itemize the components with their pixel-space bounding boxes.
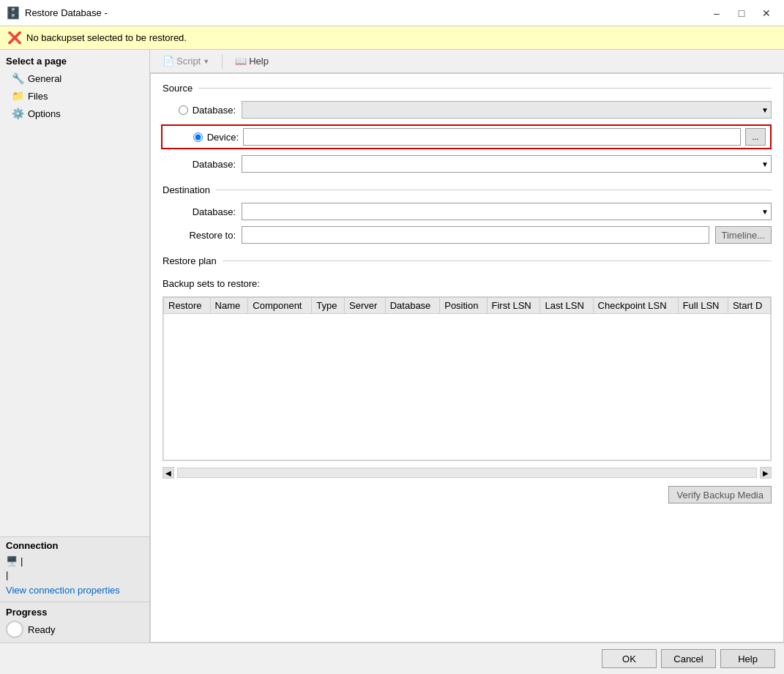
device-radio[interactable] bbox=[193, 132, 203, 142]
col-8: Last LSN bbox=[540, 298, 593, 314]
right-panel: 📄 Script ▼ 📖 Help Source bbox=[150, 50, 784, 643]
browse-button[interactable]: ... bbox=[745, 128, 766, 146]
sidebar: Select a page 🔧 General 📁 Files ⚙️ Optio… bbox=[0, 50, 150, 643]
sidebar-item-options-label: Options bbox=[28, 108, 61, 119]
files-icon: 📁 bbox=[12, 90, 24, 102]
sidebar-item-files[interactable]: 📁 Files bbox=[0, 87, 149, 105]
connection-separator2: | bbox=[6, 568, 143, 582]
destination-database-dropdown[interactable] bbox=[242, 203, 772, 220]
source-database2-label: Database: bbox=[193, 159, 236, 170]
restore-plan-section-header: Restore plan bbox=[163, 255, 772, 266]
col-7: First LSN bbox=[487, 298, 540, 314]
progress-status: Ready bbox=[28, 624, 56, 635]
script-button[interactable]: 📄 Script ▼ bbox=[156, 53, 216, 70]
col-11: Start D bbox=[728, 298, 770, 314]
script-icon: 📄 bbox=[163, 56, 174, 67]
dialog-body: Source Database: ▼ bbox=[150, 73, 784, 643]
connection-db-icon: 🖥️ bbox=[6, 555, 18, 566]
source-database-row: Database: ▼ bbox=[163, 101, 772, 119]
destination-database-dropdown-wrapper: ▼ bbox=[242, 203, 772, 220]
restore-to-input[interactable] bbox=[242, 226, 709, 244]
restore-to-row: Restore to: Timeline... bbox=[163, 226, 772, 244]
destination-section: Destination Database: ▼ Resto bbox=[163, 184, 772, 244]
device-highlighted-row: Device: ... bbox=[161, 124, 772, 149]
scroll-right-arrow[interactable]: ▶ bbox=[760, 467, 772, 479]
bottom-bar: OK Cancel Help bbox=[0, 643, 784, 674]
source-database-dropdown-wrapper: ▼ bbox=[242, 101, 772, 119]
database-radio[interactable] bbox=[179, 105, 188, 115]
source-section-line bbox=[198, 88, 772, 89]
maximize-button[interactable]: □ bbox=[730, 3, 753, 23]
destination-section-line bbox=[216, 190, 772, 190]
verify-backup-media-button[interactable]: Verify Backup Media bbox=[668, 486, 772, 503]
main-content: Select a page 🔧 General 📁 Files ⚙️ Optio… bbox=[0, 50, 784, 643]
backup-table: RestoreNameComponentTypeServerDatabasePo… bbox=[163, 297, 771, 460]
table-row bbox=[164, 314, 771, 460]
device-input[interactable] bbox=[243, 128, 741, 146]
backup-table-body bbox=[164, 314, 771, 460]
timeline-button[interactable]: Timeline... bbox=[715, 226, 772, 244]
progress-info: Ready bbox=[6, 621, 143, 638]
sidebar-item-files-label: Files bbox=[28, 91, 48, 102]
title-bar: 🗄️ Restore Database - – □ ✕ bbox=[0, 0, 784, 26]
col-9: Checkpoint LSN bbox=[593, 298, 678, 314]
connection-separator: | bbox=[20, 555, 23, 566]
script-label: Script bbox=[176, 56, 201, 67]
source-section: Source Database: ▼ bbox=[163, 83, 772, 173]
close-button[interactable]: ✕ bbox=[755, 3, 778, 23]
source-database2-dropdown[interactable] bbox=[242, 155, 772, 173]
warning-icon: ❌ bbox=[7, 31, 22, 45]
window-title: Restore Database - bbox=[25, 7, 705, 18]
database-radio-label: Database: bbox=[193, 105, 236, 116]
window-controls: – □ ✕ bbox=[705, 3, 778, 23]
col-5: Database bbox=[385, 298, 440, 314]
source-database2-row: Database: ▼ bbox=[163, 155, 772, 173]
options-icon: ⚙️ bbox=[12, 108, 24, 119]
toolbar: 📄 Script ▼ 📖 Help bbox=[150, 50, 784, 73]
app-icon: 🗄️ bbox=[6, 6, 20, 20]
help-button[interactable]: 📖 Help bbox=[228, 53, 275, 70]
connection-title: Connection bbox=[6, 540, 143, 551]
col-6: Position bbox=[440, 298, 487, 314]
sidebar-item-general-label: General bbox=[28, 73, 61, 84]
backup-table-header-row: RestoreNameComponentTypeServerDatabasePo… bbox=[164, 298, 771, 314]
backup-sets-label: Backup sets to restore: bbox=[163, 278, 772, 289]
source-section-title: Source bbox=[163, 83, 198, 94]
help-bottom-button[interactable]: Help bbox=[720, 649, 775, 668]
sidebar-section-title: Select a page bbox=[0, 50, 149, 70]
progress-spinner bbox=[6, 621, 23, 638]
backup-table-header: RestoreNameComponentTypeServerDatabasePo… bbox=[164, 298, 771, 314]
toolbar-divider bbox=[222, 54, 223, 69]
sidebar-item-options[interactable]: ⚙️ Options bbox=[0, 105, 149, 122]
col-10: Full LSN bbox=[678, 298, 728, 314]
col-4: Server bbox=[345, 298, 386, 314]
restore-plan-section-line bbox=[223, 261, 772, 261]
connection-section: Connection 🖥️ | | View connection proper… bbox=[0, 536, 149, 602]
source-database-dropdown[interactable] bbox=[242, 101, 772, 119]
scrollbar-track[interactable] bbox=[177, 468, 757, 478]
destination-section-title: Destination bbox=[163, 184, 216, 195]
backup-table-container: RestoreNameComponentTypeServerDatabasePo… bbox=[163, 296, 772, 461]
scroll-left-arrow[interactable]: ◀ bbox=[163, 467, 174, 479]
progress-title: Progress bbox=[6, 607, 143, 618]
destination-section-header: Destination bbox=[163, 184, 772, 195]
warning-banner: ❌ No backupset selected to be restored. bbox=[0, 26, 784, 50]
view-connection-properties-link[interactable]: View connection properties bbox=[6, 582, 143, 599]
script-dropdown-icon: ▼ bbox=[203, 58, 209, 65]
connection-info: 🖥️ | bbox=[6, 554, 143, 568]
destination-database-label: Database: bbox=[193, 206, 236, 217]
source-database2-dropdown-wrapper: ▼ bbox=[242, 155, 772, 173]
help-label: Help bbox=[249, 56, 269, 67]
device-radio-label: Device: bbox=[207, 132, 239, 143]
destination-database-row: Database: ▼ bbox=[163, 203, 772, 220]
cancel-button[interactable]: Cancel bbox=[661, 649, 716, 668]
warning-message: No backupset selected to be restored. bbox=[26, 32, 187, 43]
ok-button[interactable]: OK bbox=[602, 649, 657, 668]
minimize-button[interactable]: – bbox=[705, 3, 728, 23]
help-icon: 📖 bbox=[235, 56, 247, 67]
sidebar-item-general[interactable]: 🔧 General bbox=[0, 70, 149, 87]
col-0: Restore bbox=[164, 298, 211, 314]
restore-to-label: Restore to: bbox=[189, 230, 236, 241]
col-3: Type bbox=[312, 298, 345, 314]
col-2: Component bbox=[248, 298, 312, 314]
